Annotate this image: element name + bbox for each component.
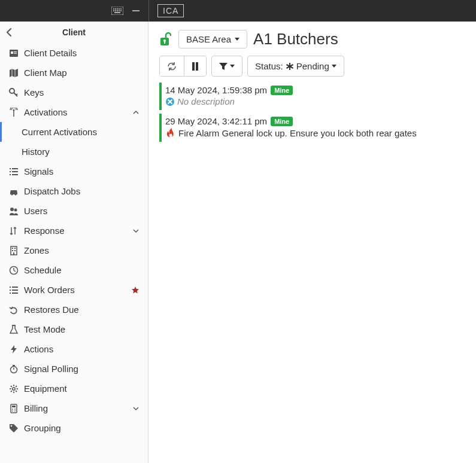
svg-point-30: [11, 193, 13, 195]
chevron-down-icon: [132, 227, 140, 234]
sidebar-item-billing[interactable]: Billing: [0, 398, 148, 418]
activation-entry[interactable]: 14 May 2024, 1:59:38 pmMineNo descriptio…: [159, 83, 465, 110]
svg-rect-14: [11, 51, 13, 54]
refresh-pause-group: [159, 56, 207, 77]
svg-line-42: [14, 270, 16, 272]
svg-rect-16: [14, 53, 17, 53]
area-dropdown[interactable]: BASE Area: [178, 30, 247, 48]
area-dropdown-label: BASE Area: [186, 34, 231, 44]
sidebar-item-client-details[interactable]: Client Details: [0, 43, 148, 63]
list-icon: [8, 285, 19, 295]
caret-down-icon: [230, 65, 235, 68]
sidebar-item-label: Client Details: [24, 48, 77, 58]
sidebar-item-actions[interactable]: Actions: [0, 339, 148, 359]
keyboard-icon[interactable]: [111, 7, 123, 15]
star-icon: [131, 286, 140, 294]
sidebar-item-label: Zones: [24, 245, 49, 255]
entries-list: 14 May 2024, 1:59:38 pmMineNo descriptio…: [159, 83, 465, 142]
svg-rect-3: [117, 8, 118, 10]
svg-rect-11: [114, 12, 120, 13]
clock-icon: [8, 266, 19, 275]
sidebar-item-label: Signals: [24, 166, 53, 176]
gear-icon: [8, 384, 19, 394]
sidebar-item-signals[interactable]: Signals: [0, 162, 148, 181]
flask-icon: [8, 325, 19, 334]
sidebar-item-label: Grouping: [24, 423, 61, 433]
sidebar-item-client-map[interactable]: Client Map: [0, 63, 148, 83]
svg-rect-2: [115, 8, 116, 10]
building-icon: [8, 246, 19, 255]
signal-tower-icon: [8, 108, 19, 117]
map-icon: [8, 68, 19, 78]
sidebar-item-dispatch-jobs[interactable]: Dispatch Jobs: [0, 181, 148, 201]
sidebar-item-label: History: [22, 147, 50, 157]
mine-badge: Mine: [271, 86, 293, 95]
entry-body: Fire Alarm General lock up. Ensure you l…: [165, 127, 462, 138]
sidebar: Client Client DetailsClient MapKeysActiv…: [0, 22, 148, 463]
sidebar-item-test-mode[interactable]: Test Mode: [0, 319, 148, 339]
entry-timestamp: 14 May 2024, 1:59:38 pm: [165, 85, 267, 95]
status-filter-dropdown[interactable]: Status: Pending: [247, 56, 344, 77]
svg-line-62: [16, 386, 17, 387]
logo: ICA: [157, 4, 184, 17]
sidebar-item-restores-due[interactable]: Restores Due: [0, 300, 148, 319]
none-icon: [165, 97, 175, 106]
svg-rect-72: [164, 41, 165, 44]
svg-rect-74: [196, 62, 198, 71]
sidebar-item-schedule[interactable]: Schedule: [0, 260, 148, 280]
tag-icon: [8, 424, 19, 433]
caret-down-icon: [332, 65, 336, 68]
minimize-icon[interactable]: [132, 7, 140, 15]
svg-rect-39: [13, 252, 14, 255]
toolbar: Status: Pending: [159, 56, 465, 77]
sidebar-item-history[interactable]: History: [0, 142, 148, 162]
sidebar-item-activations[interactable]: Activations: [0, 102, 148, 122]
sidebar-item-signal-polling[interactable]: Signal Polling: [0, 359, 148, 379]
sidebar-header: Client: [0, 22, 148, 43]
svg-rect-37: [12, 250, 13, 251]
svg-rect-9: [119, 10, 120, 11]
svg-point-19: [10, 89, 14, 93]
svg-rect-15: [14, 51, 17, 52]
sidebar-item-equipment[interactable]: Equipment: [0, 379, 148, 398]
key-icon: [8, 88, 19, 98]
sidebar-item-keys[interactable]: Keys: [0, 83, 148, 102]
svg-point-31: [15, 193, 17, 195]
filter-button[interactable]: [211, 56, 242, 77]
svg-rect-5: [120, 8, 122, 10]
back-icon[interactable]: [6, 28, 12, 37]
sidebar-item-label: Client Map: [24, 68, 67, 78]
sidebar-item-label: Test Mode: [24, 324, 65, 334]
svg-rect-12: [132, 10, 140, 11]
main-header: BASE Area A1 Butchers: [159, 30, 465, 48]
svg-rect-52: [13, 365, 15, 366]
entry-header: 29 May 2024, 3:42:11 pmMine: [165, 116, 462, 126]
svg-point-65: [12, 409, 13, 410]
sidebar-item-zones[interactable]: Zones: [0, 240, 148, 260]
sidebar-item-label: Response: [24, 226, 65, 236]
chevron-down-icon: [132, 405, 140, 412]
id-card-icon: [8, 48, 19, 58]
client-title: A1 Butchers: [253, 30, 338, 48]
mine-badge: Mine: [271, 117, 293, 126]
sidebar-item-label: Dispatch Jobs: [24, 186, 80, 196]
sidebar-title: Client: [7, 28, 141, 37]
bolt-icon: [8, 345, 19, 354]
sidebar-item-label: Schedule: [24, 265, 62, 275]
sidebar-item-work-orders[interactable]: Work Orders: [0, 280, 148, 300]
sort-icon: [8, 226, 19, 236]
sidebar-item-label: Billing: [24, 403, 48, 413]
sidebar-item-label: Work Orders: [24, 285, 75, 295]
refresh-button[interactable]: [160, 56, 184, 76]
entry-body: No description: [165, 96, 462, 106]
sidebar-item-grouping[interactable]: Grouping: [0, 418, 148, 438]
sidebar-item-response[interactable]: Response: [0, 221, 148, 240]
svg-point-68: [14, 410, 16, 412]
svg-point-66: [14, 409, 16, 410]
activation-entry[interactable]: 29 May 2024, 3:42:11 pmMineFire Alarm Ge…: [159, 114, 465, 142]
sidebar-item-label: Signal Polling: [24, 364, 78, 374]
pause-button[interactable]: [184, 56, 206, 76]
main-content: BASE Area A1 Butchers: [148, 22, 476, 463]
sidebar-item-current-activations[interactable]: Current Activations: [0, 122, 148, 142]
sidebar-item-users[interactable]: Users: [0, 201, 148, 221]
